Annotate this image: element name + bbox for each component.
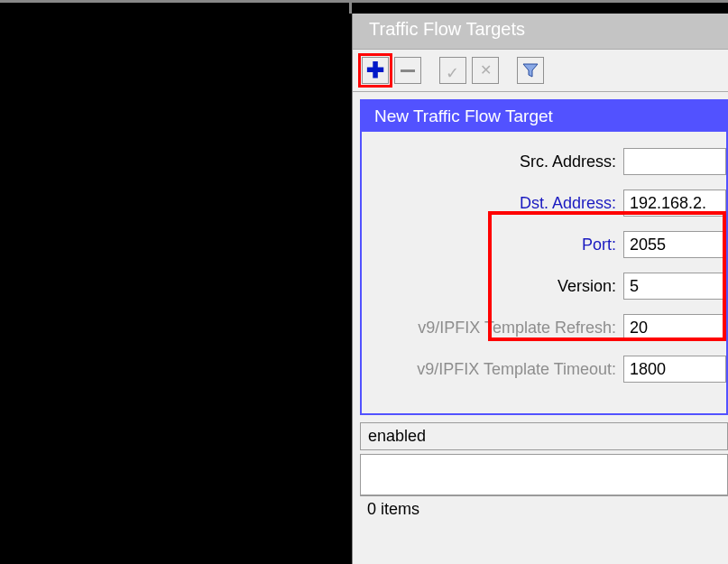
funnel-icon [522, 62, 539, 79]
src-address-label: Src. Address: [362, 153, 623, 171]
src-address-input[interactable] [623, 148, 726, 175]
dst-address-input[interactable] [623, 190, 726, 217]
check-icon [446, 63, 460, 78]
port-input[interactable] [623, 231, 726, 258]
port-label: Port: [362, 236, 623, 254]
add-button[interactable]: ✚ [362, 57, 389, 84]
status-text: enabled [360, 422, 728, 450]
svg-marker-0 [523, 64, 538, 77]
x-icon [480, 61, 492, 79]
window-title: Traffic Flow Targets [353, 14, 728, 50]
version-label: Version: [362, 277, 623, 296]
dialog-title: New Traffic Flow Target [362, 101, 726, 132]
dst-address-label: Dst. Address: [362, 194, 623, 213]
apply-button[interactable] [439, 57, 466, 84]
toolbar: ✚ [353, 50, 728, 92]
traffic-flow-targets-window: Traffic Flow Targets ✚ New Traffic Flow … [352, 14, 728, 564]
target-list[interactable] [360, 454, 728, 495]
minus-icon [401, 69, 415, 72]
template-timeout-label: v9/IPFIX Template Timeout: [362, 360, 623, 379]
discard-button[interactable] [472, 57, 499, 84]
remove-button[interactable] [394, 57, 421, 84]
template-refresh-label: v9/IPFIX Template Refresh: [362, 319, 623, 337]
version-input[interactable] [623, 273, 726, 300]
filter-button[interactable] [517, 57, 544, 84]
new-target-dialog: New Traffic Flow Target Src. Address: Ds… [360, 99, 728, 415]
item-count: 0 items [360, 495, 728, 524]
template-refresh-input[interactable] [623, 314, 726, 341]
template-timeout-input[interactable] [623, 356, 726, 383]
plus-icon: ✚ [366, 60, 384, 81]
